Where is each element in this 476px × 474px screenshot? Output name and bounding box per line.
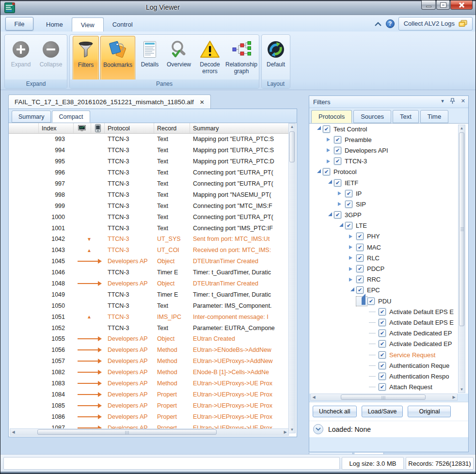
- filters-toggle-button[interactable]: Filters: [73, 36, 99, 86]
- tree-item[interactable]: ✔RLC: [309, 253, 468, 263]
- tree-checkbox[interactable]: ✔: [334, 147, 341, 154]
- original-button[interactable]: Original: [408, 406, 451, 417]
- tree-checkbox[interactable]: ✔: [356, 276, 364, 283]
- tree-expander-collapsed-icon[interactable]: [347, 278, 354, 282]
- document-tab[interactable]: FAIL_TC_17_1_E38_20161026_151221_mismatc…: [8, 95, 211, 109]
- tree-expander-collapsed-icon[interactable]: [335, 202, 343, 206]
- log-row[interactable]: 1084Developers APPropertEUtran->UEProxys…: [9, 389, 289, 400]
- log-row[interactable]: 1042▼TTCN-3UT_SYSSent from port: MTC_IMS…: [9, 234, 289, 245]
- ribbon-tab-control[interactable]: Control: [104, 17, 142, 32]
- tree-item[interactable]: ✔Authentication Respo: [309, 371, 468, 381]
- tree-item[interactable]: ✔EPC: [309, 285, 468, 296]
- header-blank[interactable]: [9, 123, 39, 133]
- tree-checkbox[interactable]: ✔: [323, 126, 330, 133]
- tree-item[interactable]: ✔Activate Default EPS E: [309, 317, 468, 328]
- tree-vscroll-thumb[interactable]: [459, 132, 464, 326]
- log-row[interactable]: 1043▲TTCN-3UT_COIReceived on port: MTC_I…: [9, 245, 289, 256]
- table-hscroll-thumb[interactable]: [37, 429, 217, 435]
- tree-item[interactable]: ✔Protocol: [309, 167, 468, 177]
- panel-close-icon[interactable]: ✕: [461, 98, 465, 104]
- log-row[interactable]: 995TTCN-3TextMapping port "EUTRA_PTC:D: [9, 156, 289, 167]
- tree-expander-collapsed-icon[interactable]: [324, 159, 332, 163]
- ribbon-tab-view[interactable]: View: [72, 17, 104, 32]
- tree-item[interactable]: ✔PDU: [309, 296, 468, 306]
- log-row[interactable]: 1050TTCN-3TextParameter: IMS_Component.: [9, 300, 289, 311]
- tree-expander-expanded-icon[interactable]: [324, 213, 332, 217]
- scroll-up-icon[interactable]: ▲: [459, 125, 465, 131]
- tree-item[interactable]: ✔Activate Dedicated EP: [309, 328, 468, 339]
- header-index[interactable]: Index: [39, 123, 74, 133]
- decode-errors-button[interactable]: Decode errors: [195, 36, 224, 79]
- phone-icon[interactable]: [91, 123, 105, 133]
- scroll-right-icon[interactable]: ▶: [282, 429, 288, 435]
- tree-expander-collapsed-icon[interactable]: [347, 245, 354, 249]
- tree-checkbox[interactable]: ✔: [379, 373, 386, 380]
- tree-checkbox[interactable]: ✔: [379, 340, 386, 348]
- log-row[interactable]: 998TTCN-3TextMapping port "NASEMU_PT(: [9, 189, 289, 200]
- panel-menu-icon[interactable]: ▾: [441, 98, 444, 104]
- tree-item[interactable]: ✔TTCN-3: [309, 156, 468, 167]
- log-row[interactable]: 1000TTCN-3TextConnecting port "EUTRA_PT(: [9, 211, 289, 222]
- tree-item[interactable]: ✔3GPP: [309, 210, 468, 221]
- tree-expander-collapsed-icon[interactable]: [324, 138, 332, 142]
- tree-checkbox[interactable]: ✔: [379, 308, 386, 316]
- scroll-down-icon[interactable]: ▼: [459, 386, 465, 393]
- tab-sources[interactable]: Sources: [353, 110, 391, 123]
- log-row[interactable]: 1001TTCN-3TextConnecting port "IMS_PTC:I…: [9, 222, 289, 234]
- tree-checkbox[interactable]: ✔: [345, 222, 352, 229]
- header-record[interactable]: Record: [154, 123, 190, 133]
- uncheck-all-button[interactable]: Uncheck all: [313, 406, 357, 417]
- log-row[interactable]: 1082Developers APMethodENode-B [1]->Cell…: [9, 367, 289, 378]
- tree-hscroll-thumb[interactable]: [341, 395, 426, 400]
- tree-checkbox[interactable]: ✔: [334, 158, 341, 165]
- collapse-button[interactable]: Collapse: [36, 36, 66, 79]
- tree-item[interactable]: ✔IETF: [309, 177, 468, 188]
- log-row[interactable]: 999TTCN-3TextConnecting port "MTC_IMS:F: [9, 200, 289, 211]
- tree-item[interactable]: ✔PHY: [309, 231, 468, 242]
- tree-expander-collapsed-icon[interactable]: [324, 148, 332, 152]
- log-row[interactable]: 1045Developers APObjectDTEUtranTimer Cre…: [9, 256, 289, 267]
- scroll-left-icon[interactable]: ◀: [10, 429, 16, 435]
- tree-checkbox[interactable]: ✔: [345, 201, 352, 208]
- tab-time[interactable]: Time: [420, 110, 448, 123]
- tree-checkbox[interactable]: ✔: [334, 179, 341, 187]
- tree-horizontal-scrollbar[interactable]: ◀ ▶: [310, 394, 458, 401]
- document-close-icon[interactable]: ✕: [200, 99, 205, 106]
- log-row[interactable]: 1056Developers APMethodEUtran->ENodeBs->…: [9, 345, 289, 356]
- log-row[interactable]: 994TTCN-3TextMapping port "EUTRA_PTC:S: [9, 145, 289, 156]
- tree-item[interactable]: ✔PDCP: [309, 263, 468, 274]
- header-summary[interactable]: Summary: [190, 123, 289, 133]
- collect-alv2-logs-button[interactable]: Collect ALV2 Logs: [398, 17, 473, 31]
- pin-icon[interactable]: [450, 98, 455, 104]
- scroll-right-icon[interactable]: ▶: [451, 394, 457, 400]
- scroll-up-icon[interactable]: ▲: [289, 124, 295, 130]
- tree-checkbox[interactable]: ✔: [379, 351, 386, 359]
- details-button[interactable]: Details: [137, 36, 162, 79]
- tree-expander-expanded-icon[interactable]: [313, 170, 321, 174]
- default-layout-button[interactable]: Default: [263, 36, 289, 79]
- overview-button[interactable]: Overview: [163, 36, 194, 79]
- log-row[interactable]: 1055Developers APObjectEUtran Created: [9, 333, 289, 345]
- tree-item[interactable]: ✔Activate Default EPS E: [309, 306, 468, 317]
- tab-compact[interactable]: Compact: [52, 111, 90, 123]
- tree-vertical-scrollbar[interactable]: ▲ ▼: [458, 125, 465, 393]
- tree-expander-expanded-icon[interactable]: [313, 127, 321, 131]
- tree-checkbox[interactable]: ✔: [323, 168, 330, 175]
- expand-button[interactable]: Expand: [7, 36, 35, 79]
- tree-checkbox[interactable]: ✔: [379, 330, 386, 337]
- tree-checkbox[interactable]: ✔: [356, 265, 364, 272]
- close-button[interactable]: [450, 0, 473, 10]
- tree-checkbox[interactable]: ✔: [334, 211, 341, 219]
- tree-checkbox[interactable]: ✔: [379, 319, 386, 326]
- tree-expander-collapsed-icon[interactable]: [347, 267, 354, 271]
- tree-expander-collapsed-icon[interactable]: [347, 235, 354, 238]
- tree-expander-expanded-icon[interactable]: [358, 296, 365, 306]
- tree-item[interactable]: ✔RRC: [309, 274, 468, 285]
- log-row[interactable]: 1052TTCN-3TextParameter: EUTRA_Compone: [9, 322, 289, 333]
- system-monitor-icon[interactable]: [74, 123, 91, 133]
- tree-expander-expanded-icon[interactable]: [324, 181, 332, 185]
- tab-summary[interactable]: Summary: [12, 111, 51, 123]
- load-save-button[interactable]: Load/Save: [362, 406, 403, 417]
- log-row[interactable]: 996TTCN-3TextConnecting port "EUTRA_PT(: [9, 167, 289, 178]
- tab-protocols[interactable]: Protocols: [311, 110, 352, 123]
